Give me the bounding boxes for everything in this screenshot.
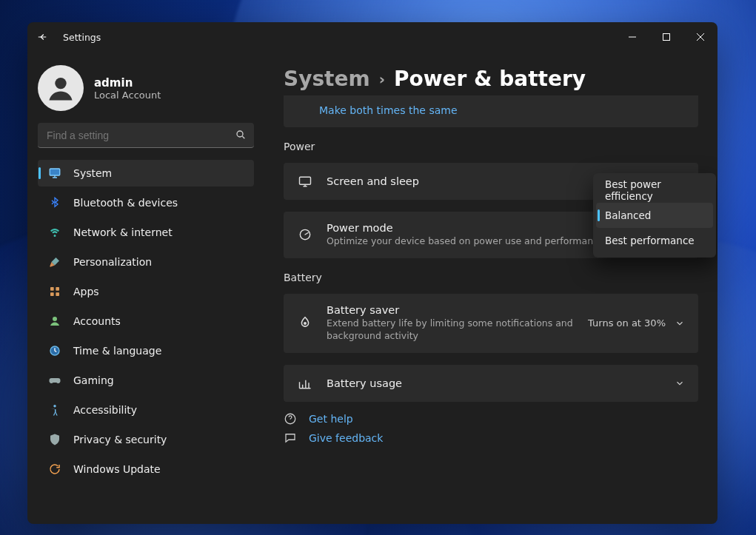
maximize-button[interactable] [649,22,683,52]
close-button[interactable] [683,22,717,52]
system-icon [48,166,61,180]
feedback-icon [284,431,297,445]
svg-point-14 [304,323,306,324]
svg-rect-0 [663,34,670,41]
back-button[interactable] [27,22,57,52]
search-box[interactable] [38,123,254,148]
settings-window: Settings admin Local Account [27,22,717,524]
sidebar-item-label: Network & internet [73,226,173,238]
banner-card: Make both times the same [284,95,698,127]
svg-rect-5 [50,287,54,291]
accessibility-icon [48,403,61,417]
sidebar-item-gaming[interactable]: Gaming [38,367,254,394]
chevron-down-icon [675,378,685,388]
svg-point-1 [55,78,66,89]
svg-point-2 [237,131,243,137]
row-title: Battery usage [327,377,661,389]
privacy-icon [48,433,61,446]
update-icon [48,462,61,476]
minimize-button[interactable] [615,22,649,52]
avatar [38,65,84,111]
caption-buttons [615,22,717,52]
power-mode-option[interactable]: Best power efficiency [596,178,713,203]
user-sub: Local Account [94,90,161,101]
sidebar-item-label: Accessibility [73,404,137,416]
profile-block[interactable]: admin Local Account [38,59,254,114]
breadcrumb-current: Power & battery [394,67,586,91]
gaming-icon [48,374,61,387]
sidebar-item-bluetooth[interactable]: Bluetooth & devices [38,189,254,216]
sidebar-item-label: Apps [73,286,99,297]
battery-saver-row[interactable]: Battery saver Extend battery life by lim… [284,294,698,353]
banner-link[interactable]: Make both times the same [319,103,458,117]
row-desc: Extend battery life by limiting some not… [327,317,575,343]
sidebar-item-update[interactable]: Windows Update [38,456,254,482]
main-content: System › Power & battery Make both times… [264,52,717,524]
sidebar-item-label: Bluetooth & devices [73,197,178,209]
svg-rect-7 [50,292,54,296]
help-icon [284,412,297,425]
network-icon [48,226,61,239]
power-mode-option[interactable]: Balanced [596,203,713,228]
svg-rect-12 [300,177,311,184]
sidebar: admin Local Account SystemBluetooth & de… [27,52,264,524]
power-mode-option[interactable]: Best performance [596,228,713,253]
search-icon [235,129,247,141]
get-help-link[interactable]: Get help [309,413,353,425]
breadcrumb: System › Power & battery [284,67,698,91]
titlebar: Settings [27,22,717,52]
sidebar-item-accessibility[interactable]: Accessibility [38,397,254,423]
svg-point-9 [53,317,57,321]
sidebar-item-personalization[interactable]: Personalization [38,249,254,275]
chevron-right-icon: › [379,70,385,88]
sidebar-item-label: Personalization [73,256,152,268]
search-input[interactable] [38,123,254,148]
chevron-down-icon [675,318,685,329]
row-title: Battery saver [327,304,575,316]
svg-point-11 [53,405,56,407]
user-name: admin [94,76,161,90]
breadcrumb-parent[interactable]: System [284,67,370,91]
time-icon [48,344,61,357]
sidebar-item-network[interactable]: Network & internet [38,219,254,246]
sidebar-item-label: Privacy & security [73,434,167,445]
nav-list: SystemBluetooth & devicesNetwork & inter… [38,160,254,482]
apps-icon [48,285,61,298]
accounts-icon [48,314,61,328]
battery-usage-row[interactable]: Battery usage [284,365,698,402]
bluetooth-icon [48,196,61,209]
give-feedback-row[interactable]: Give feedback [284,431,698,445]
sidebar-item-label: Windows Update [73,463,161,475]
sidebar-item-label: Accounts [73,315,121,327]
screen-icon [297,173,313,189]
sidebar-item-label: Time & language [73,345,161,357]
power-mode-dropdown[interactable]: Best power efficiencyBalancedBest perfor… [593,173,716,258]
battery-saver-trail: Turns on at 30% [588,317,666,329]
sidebar-item-apps[interactable]: Apps [38,278,254,305]
battery-usage-icon [297,375,313,391]
svg-rect-8 [56,292,59,296]
svg-rect-3 [50,169,60,175]
sidebar-item-accounts[interactable]: Accounts [38,308,254,334]
sidebar-item-label: System [73,167,112,179]
sidebar-item-privacy[interactable]: Privacy & security [38,426,254,453]
battery-saver-icon [297,315,313,332]
personalization-icon [48,255,61,269]
get-help-row[interactable]: Get help [284,412,698,425]
sidebar-item-label: Gaming [73,374,114,386]
window-title: Settings [63,32,101,43]
section-label-power: Power [284,141,698,152]
give-feedback-link[interactable]: Give feedback [309,432,383,444]
sidebar-item-time[interactable]: Time & language [38,337,254,364]
svg-rect-6 [56,287,59,291]
sidebar-item-system[interactable]: System [38,160,254,186]
section-label-battery: Battery [284,272,698,283]
power-mode-icon [297,226,313,243]
